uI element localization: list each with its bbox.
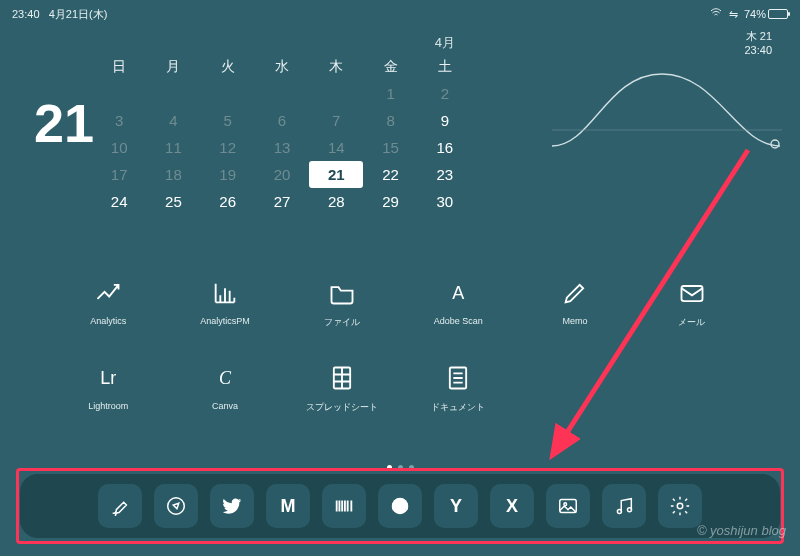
app-analytics[interactable]: Analytics — [50, 278, 167, 329]
status-bar: 23:40 4月21日(木) ⇋ 74% — [0, 6, 800, 22]
calendar-dow: 火 — [201, 54, 255, 80]
calendar-day[interactable]: 4 — [146, 107, 200, 134]
status-time: 23:40 — [12, 8, 40, 20]
status-right: ⇋ 74% — [709, 7, 788, 21]
calendar-day[interactable]: 25 — [146, 188, 200, 215]
calendar-dow: 日 — [92, 54, 146, 80]
dock-twitter[interactable] — [210, 484, 254, 528]
sync-icon: ⇋ — [729, 8, 738, 21]
calendar-day[interactable]: 19 — [201, 161, 255, 188]
calendar-day[interactable]: 11 — [146, 134, 200, 161]
calendar-day[interactable]: 22 — [363, 161, 417, 188]
clock-widget-time: 23:40 — [744, 44, 772, 58]
calendar-dow: 木 — [309, 54, 363, 80]
folder-icon — [327, 278, 357, 308]
svg-point-1 — [771, 140, 779, 148]
status-date: 4月21日(木) — [49, 8, 108, 20]
page-dot — [409, 465, 414, 470]
dock: MLINEYX — [20, 474, 780, 538]
dock-settings[interactable] — [658, 484, 702, 528]
textC-icon: C — [210, 363, 240, 393]
textLr-icon: Lr — [93, 363, 123, 393]
sun-curve-widget[interactable] — [552, 68, 782, 158]
calendar-day[interactable]: 24 — [92, 188, 146, 215]
dock-gmail[interactable]: M — [266, 484, 310, 528]
app-label: ドキュメント — [431, 401, 485, 414]
dock-procreate[interactable] — [98, 484, 142, 528]
calendar-day[interactable] — [92, 80, 146, 107]
calendar-day[interactable] — [255, 80, 309, 107]
svg-point-5 — [168, 498, 185, 515]
svg-point-12 — [677, 503, 683, 509]
calendar-day[interactable]: 18 — [146, 161, 200, 188]
calendar-day[interactable]: 26 — [201, 188, 255, 215]
app-label: Analytics — [90, 316, 126, 326]
calendar-day[interactable]: 20 — [255, 161, 309, 188]
calendar-day[interactable]: 28 — [309, 188, 363, 215]
calendar-day[interactable]: 23 — [418, 161, 472, 188]
clock-widget-day: 木 21 — [744, 30, 772, 44]
calendar-dow: 金 — [363, 54, 417, 80]
calendar-day[interactable]: 2 — [418, 80, 472, 107]
sheet-icon — [327, 363, 357, 393]
calendar-day[interactable]: 1 — [363, 80, 417, 107]
calendar-day[interactable]: 7 — [309, 107, 363, 134]
calendar-day[interactable] — [309, 80, 363, 107]
dock-container: MLINEYX — [20, 474, 780, 538]
app-analytics-pm[interactable]: AnalyticsPM — [167, 278, 284, 329]
bars-icon — [210, 278, 240, 308]
calendar-dow-row: 日月火水木金土 — [92, 54, 472, 80]
app-sheets[interactable]: スプレッドシート — [283, 363, 400, 414]
dock-photos[interactable] — [546, 484, 590, 528]
svg-rect-2 — [681, 286, 702, 301]
calendar-day[interactable]: 29 — [363, 188, 417, 215]
app-memo[interactable]: Memo — [517, 278, 634, 329]
mail-icon — [677, 278, 707, 308]
svg-point-10 — [617, 509, 621, 513]
calendar-day[interactable]: 9 — [418, 107, 472, 134]
calendar-month-label: 4月 — [418, 34, 472, 52]
calendar-day[interactable]: 16 — [418, 134, 472, 161]
calendar-widget[interactable]: 4月 日月火水木金土 12345678910111213141516171819… — [92, 34, 472, 215]
page-dot — [398, 465, 403, 470]
calendar-day[interactable]: 12 — [201, 134, 255, 161]
status-left: 23:40 4月21日(木) — [12, 7, 107, 22]
calendar-day-today[interactable]: 21 — [309, 161, 363, 188]
battery-indicator: 74% — [744, 8, 788, 20]
app-label: Memo — [562, 316, 587, 326]
today-number: 21 — [34, 92, 94, 154]
calendar-day[interactable]: 14 — [309, 134, 363, 161]
app-mail[interactable]: メール — [633, 278, 750, 329]
dock-music[interactable] — [602, 484, 646, 528]
svg-point-11 — [627, 508, 631, 512]
calendar-day[interactable] — [146, 80, 200, 107]
calendar-day[interactable]: 3 — [92, 107, 146, 134]
calendar-day[interactable] — [201, 80, 255, 107]
dock-yahoo[interactable]: Y — [434, 484, 478, 528]
app-files[interactable]: ファイル — [283, 278, 400, 329]
dock-line[interactable]: LINE — [378, 484, 422, 528]
calendar-day[interactable]: 5 — [201, 107, 255, 134]
app-documents[interactable]: ドキュメント — [400, 363, 517, 414]
letterA-icon: A — [443, 278, 473, 308]
calendar-day[interactable]: 6 — [255, 107, 309, 134]
calendar-day[interactable]: 13 — [255, 134, 309, 161]
app-label: ファイル — [324, 316, 360, 329]
dock-safari[interactable] — [154, 484, 198, 528]
calendar-day[interactable]: 10 — [92, 134, 146, 161]
app-canva[interactable]: CCanva — [167, 363, 284, 414]
home-app-grid: AnalyticsAnalyticsPMファイルAAdobe ScanMemoメ… — [50, 278, 750, 414]
dock-x-app[interactable]: X — [490, 484, 534, 528]
calendar-day[interactable]: 17 — [92, 161, 146, 188]
wifi-icon — [709, 7, 723, 21]
calendar-day[interactable]: 8 — [363, 107, 417, 134]
dock-barcode[interactable] — [322, 484, 366, 528]
calendar-day[interactable]: 15 — [363, 134, 417, 161]
calendar-day[interactable]: 27 — [255, 188, 309, 215]
app-adobe-scan[interactable]: AAdobe Scan — [400, 278, 517, 329]
calendar-day[interactable]: 30 — [418, 188, 472, 215]
app-lightroom[interactable]: LrLightroom — [50, 363, 167, 414]
svg-text:LINE: LINE — [393, 503, 408, 510]
page-indicator[interactable] — [0, 465, 800, 470]
clock-widget[interactable]: 木 21 23:40 — [744, 30, 772, 58]
